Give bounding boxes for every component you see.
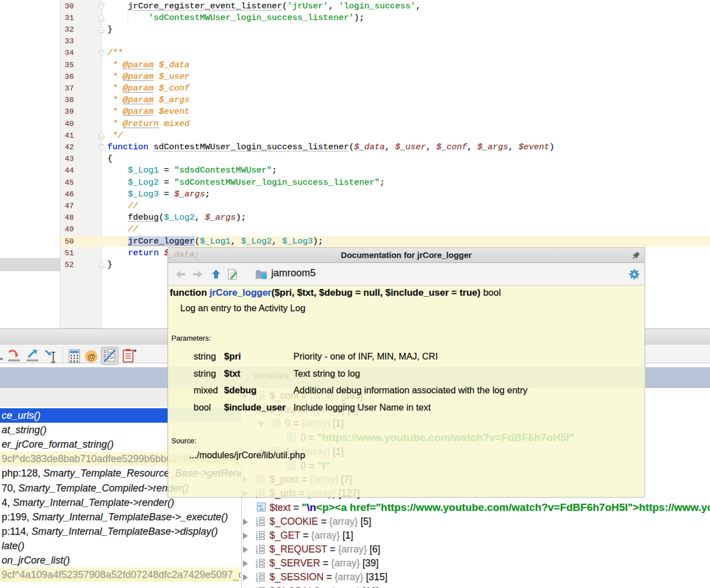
svg-text:@: @: [88, 352, 96, 361]
